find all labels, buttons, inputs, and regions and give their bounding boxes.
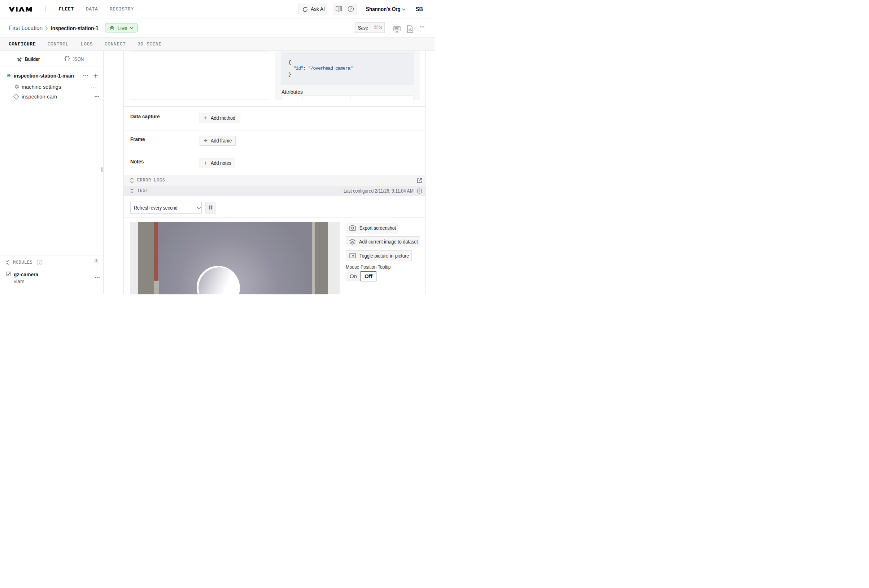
svg-text:?: ?	[419, 189, 420, 193]
svg-text:?: ?	[39, 261, 41, 264]
svg-text:?: ?	[350, 7, 352, 11]
